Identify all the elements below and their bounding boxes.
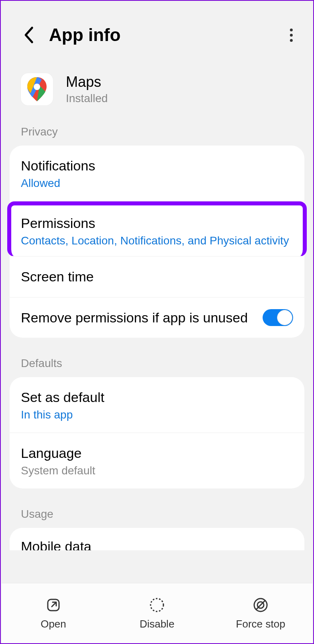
set-as-default-row[interactable]: Set as default In this app (10, 377, 304, 433)
open-icon (45, 596, 62, 614)
chevron-left-icon (23, 26, 35, 44)
force-stop-icon (252, 596, 269, 614)
language-row[interactable]: Language System default (10, 433, 304, 488)
permissions-row[interactable]: Permissions Contacts, Location, Notifica… (7, 201, 307, 256)
open-button[interactable]: Open (2, 583, 105, 643)
svg-point-4 (151, 599, 163, 611)
notifications-status: Allowed (21, 177, 293, 190)
set-as-default-title: Set as default (21, 388, 293, 406)
disable-button[interactable]: Disable (105, 583, 209, 643)
force-stop-button[interactable]: Force stop (209, 583, 312, 643)
app-icon (21, 73, 53, 105)
permissions-summary: Contacts, Location, Notifications, and P… (21, 234, 293, 247)
notifications-row[interactable]: Notifications Allowed (10, 146, 304, 201)
mobile-data-row[interactable]: Mobile data (10, 528, 304, 550)
header: App info (1, 1, 313, 61)
defaults-card: Set as default In this app Language Syst… (10, 377, 304, 488)
app-name: Maps (66, 74, 108, 90)
screen-time-row[interactable]: Screen time (10, 256, 304, 297)
language-summary: System default (21, 464, 293, 477)
section-header-defaults: Defaults (1, 353, 313, 377)
language-title: Language (21, 444, 293, 462)
section-header-usage: Usage (1, 504, 313, 528)
more-vertical-icon (290, 29, 293, 31)
remove-permissions-row[interactable]: Remove permissions if app is unused (10, 297, 304, 338)
back-button[interactable] (21, 27, 37, 43)
page-title: App info (49, 25, 120, 45)
remove-permissions-title: Remove permissions if app is unused (21, 309, 263, 326)
screen-time-title: Screen time (21, 268, 293, 285)
google-maps-icon (27, 77, 47, 101)
force-stop-label: Force stop (236, 618, 285, 630)
open-label: Open (41, 618, 66, 630)
section-header-privacy: Privacy (1, 121, 313, 146)
svg-line-3 (52, 603, 56, 607)
svg-point-0 (34, 84, 40, 90)
mobile-data-title: Mobile data (21, 537, 293, 550)
permissions-title: Permissions (21, 214, 293, 232)
app-install-status: Installed (66, 92, 108, 105)
notifications-title: Notifications (21, 157, 293, 174)
disable-label: Disable (140, 618, 175, 630)
app-summary: Maps Installed (1, 61, 313, 121)
set-as-default-summary: In this app (21, 408, 293, 421)
privacy-card: Notifications Allowed Permissions Contac… (10, 146, 304, 338)
remove-permissions-toggle[interactable] (263, 309, 293, 326)
more-options-button[interactable] (285, 27, 301, 43)
toggle-knob (277, 310, 292, 325)
disable-icon (148, 596, 166, 614)
bottom-action-bar: Open Disable Force stop (2, 583, 312, 643)
